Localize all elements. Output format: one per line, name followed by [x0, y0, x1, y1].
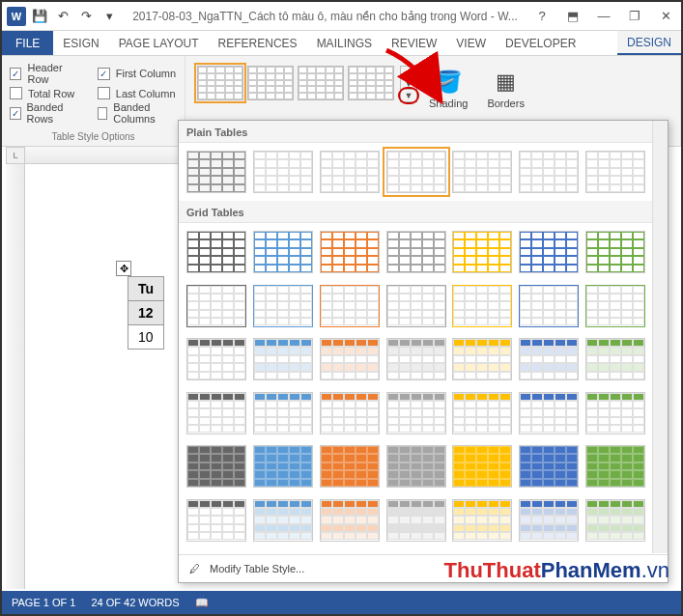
- table-style-thumb[interactable]: [386, 151, 446, 193]
- gallery-up-icon[interactable]: ▲: [401, 67, 416, 78]
- table-style-thumb[interactable]: [197, 66, 243, 100]
- tab-references[interactable]: REFERENCES: [209, 31, 307, 55]
- save-icon[interactable]: 💾: [29, 6, 50, 27]
- table-style-thumb[interactable]: [585, 499, 645, 542]
- tab-table-design[interactable]: DESIGN: [617, 31, 681, 55]
- status-proofing-icon[interactable]: 📖: [195, 597, 209, 609]
- table-style-thumb[interactable]: [186, 445, 246, 488]
- status-page[interactable]: PAGE 1 OF 1: [12, 597, 75, 608]
- table-style-thumb[interactable]: [585, 445, 645, 488]
- word-app-icon: W: [6, 6, 27, 27]
- table-style-thumb[interactable]: [186, 231, 246, 273]
- table-style-thumb[interactable]: [320, 231, 380, 273]
- table-style-thumb[interactable]: [186, 285, 246, 327]
- table-style-thumb[interactable]: [585, 151, 645, 193]
- redo-icon[interactable]: ↷: [75, 6, 97, 27]
- maximize-icon[interactable]: ❐: [619, 2, 650, 31]
- table-style-thumb[interactable]: [298, 66, 344, 100]
- table-style-thumb[interactable]: [585, 285, 645, 327]
- table-style-thumb[interactable]: [452, 445, 512, 488]
- table-style-thumb[interactable]: [585, 231, 645, 273]
- minimize-icon[interactable]: —: [588, 2, 619, 31]
- table-style-thumb[interactable]: [519, 392, 579, 434]
- table-style-thumb[interactable]: [519, 285, 579, 327]
- table-style-thumb[interactable]: [386, 445, 446, 488]
- table-style-thumb[interactable]: [452, 285, 512, 327]
- table-style-thumb[interactable]: [452, 338, 512, 380]
- qat-customize-icon[interactable]: ▾: [99, 6, 120, 27]
- chk-header-row[interactable]: ✓Header Row: [10, 62, 84, 85]
- table-style-thumb[interactable]: [320, 392, 380, 434]
- shading-button[interactable]: 🪣 Shading: [421, 66, 475, 109]
- table-style-thumb[interactable]: [585, 338, 645, 380]
- table-cell[interactable]: 10: [128, 325, 164, 350]
- statusbar: PAGE 1 OF 1 24 OF 42 WORDS 📖: [2, 591, 681, 614]
- tab-view[interactable]: VIEW: [446, 31, 496, 55]
- table-style-thumb[interactable]: [247, 66, 294, 100]
- document-table[interactable]: Tu 12 10: [128, 276, 164, 350]
- table-style-thumb[interactable]: [320, 151, 380, 193]
- table-move-handle[interactable]: ✥: [116, 261, 131, 276]
- gallery-more-button[interactable]: ▼: [401, 90, 416, 101]
- chk-first-column[interactable]: ✓First Column: [98, 62, 177, 85]
- table-style-thumb[interactable]: [253, 499, 313, 542]
- table-style-thumb[interactable]: [386, 392, 446, 434]
- table-style-thumb[interactable]: [253, 151, 313, 193]
- ribbon-options-icon[interactable]: ⬒: [557, 2, 588, 31]
- table-style-thumb[interactable]: [186, 392, 246, 434]
- gallery-down-icon[interactable]: ▼: [401, 78, 416, 90]
- gallery-scroll: ▲ ▼ ▼: [400, 66, 417, 102]
- table-style-thumb[interactable]: [186, 499, 246, 542]
- table-style-thumb[interactable]: [320, 338, 380, 380]
- tab-mailings[interactable]: MAILINGS: [307, 31, 382, 55]
- table-style-thumb[interactable]: [320, 499, 380, 542]
- ruler-tab-selector[interactable]: L: [6, 147, 25, 164]
- tab-file[interactable]: FILE: [2, 31, 53, 55]
- table-style-thumb[interactable]: [519, 499, 579, 542]
- table-style-thumb[interactable]: [519, 445, 579, 488]
- tab-design-doc[interactable]: ESIGN: [53, 31, 108, 55]
- table-style-thumb[interactable]: [386, 285, 446, 327]
- table-style-thumb[interactable]: [519, 231, 579, 273]
- table-style-thumb[interactable]: [519, 338, 579, 380]
- table-style-thumb[interactable]: [386, 231, 446, 273]
- chk-last-column[interactable]: Last Column: [98, 87, 177, 99]
- undo-icon[interactable]: ↶: [52, 6, 73, 27]
- table-style-thumb[interactable]: [452, 151, 512, 193]
- table-style-thumb[interactable]: [519, 151, 579, 193]
- table-style-thumb[interactable]: [253, 338, 313, 380]
- table-style-thumb[interactable]: [186, 151, 246, 193]
- help-icon[interactable]: ?: [526, 2, 557, 31]
- table-style-thumb[interactable]: [253, 392, 313, 434]
- close-icon[interactable]: ✕: [650, 2, 681, 31]
- table-style-thumb[interactable]: [320, 285, 380, 327]
- tab-review[interactable]: REVIEW: [382, 31, 446, 55]
- table-style-thumb[interactable]: [585, 392, 645, 434]
- tab-page-layout[interactable]: PAGE LAYOUT: [109, 31, 209, 55]
- watermark: ThuThuatPhanMem.vn: [444, 558, 669, 583]
- table-style-thumb[interactable]: [253, 445, 313, 488]
- table-cell[interactable]: Tu: [128, 277, 164, 301]
- table-style-thumb[interactable]: [452, 231, 512, 273]
- table-style-thumb[interactable]: [386, 338, 446, 380]
- table-style-thumb[interactable]: [253, 285, 313, 327]
- table-cell[interactable]: 12: [128, 301, 164, 325]
- tab-developer[interactable]: DEVELOPER: [496, 31, 585, 55]
- table-style-thumb[interactable]: [253, 231, 313, 273]
- table-style-thumb[interactable]: [348, 66, 394, 100]
- table-style-thumb[interactable]: [186, 338, 246, 380]
- chk-banded-columns[interactable]: Banded Columns: [98, 101, 177, 125]
- borders-button[interactable]: ▦ Borders: [479, 66, 532, 109]
- table-style-thumb[interactable]: [452, 392, 512, 434]
- borders-icon: ▦: [496, 70, 516, 95]
- titlebar: W 💾 ↶ ↷ ▾ 2017-08-03_NgaTTN_Cách tô màu …: [2, 2, 681, 31]
- ruler-vertical[interactable]: [6, 164, 25, 589]
- chk-total-row[interactable]: Total Row: [10, 87, 84, 99]
- modify-table-style-button[interactable]: Modify Table Style...: [210, 563, 304, 574]
- table-style-thumb[interactable]: [320, 445, 380, 488]
- chk-banded-rows[interactable]: ✓Banded Rows: [10, 101, 84, 125]
- table-style-thumb[interactable]: [386, 499, 446, 542]
- status-words[interactable]: 24 OF 42 WORDS: [91, 597, 179, 608]
- gallery-scrollbar[interactable]: [652, 121, 668, 553]
- table-style-thumb[interactable]: [452, 499, 512, 542]
